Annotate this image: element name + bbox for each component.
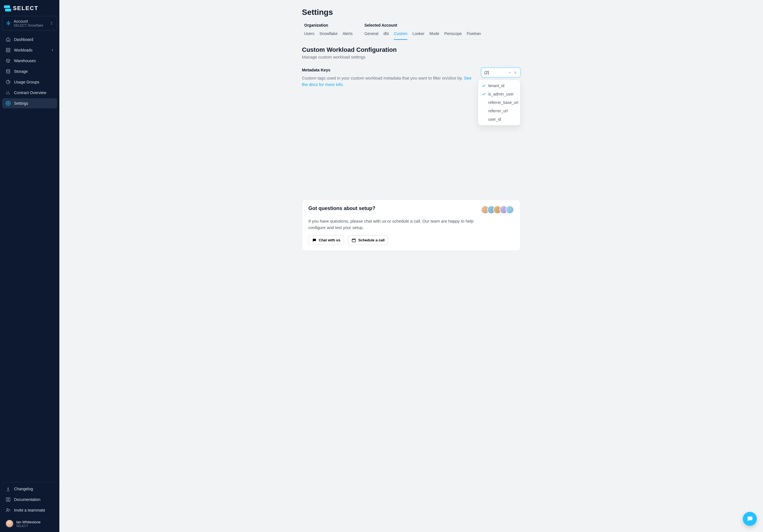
sidebar-item-workloads[interactable]: Workloads bbox=[2, 45, 57, 55]
close-icon[interactable] bbox=[513, 70, 517, 74]
dropdown-option-label: referrer_url bbox=[488, 109, 507, 113]
sidebar-item-label: Invite a teammate bbox=[14, 508, 45, 512]
account-value: SELECT Snowflake bbox=[14, 24, 47, 28]
chevron-down-icon bbox=[508, 70, 512, 74]
main-content: Settings Organization Users Snowflake Al… bbox=[59, 0, 763, 532]
avatar bbox=[6, 520, 13, 528]
tab-snowflake[interactable]: Snowflake bbox=[320, 31, 338, 40]
download-icon bbox=[6, 486, 11, 491]
sidebar-item-label: Storage bbox=[14, 69, 28, 74]
dropdown-option-label: referrer_base_url bbox=[488, 100, 518, 105]
metadata-keys-select: (2) tenant_id is_admin_user bbox=[481, 68, 520, 77]
metadata-title: Metadata Keys bbox=[302, 68, 475, 72]
dropdown-option-label: user_id bbox=[488, 117, 501, 122]
calendar-icon bbox=[352, 238, 356, 243]
tab-group-organization: Organization Users Snowflake Alerts bbox=[302, 23, 355, 40]
account-labels: Account SELECT Snowflake bbox=[14, 19, 47, 28]
section-subtitle: Manage custom workload settings bbox=[302, 54, 520, 59]
avatar bbox=[505, 205, 514, 214]
sidebar-item-label: Warehouses bbox=[14, 58, 36, 63]
settings-tabs: Organization Users Snowflake Alerts Sele… bbox=[302, 23, 520, 40]
user-plus-icon bbox=[6, 508, 11, 513]
help-card: Got questions about setup? If you have q… bbox=[302, 200, 520, 251]
svg-rect-7 bbox=[352, 239, 356, 242]
tab-custom[interactable]: Custom bbox=[394, 31, 407, 40]
book-icon bbox=[6, 497, 11, 502]
tab-group-title: Selected Account bbox=[362, 23, 483, 28]
chevron-right-icon bbox=[51, 48, 54, 52]
help-description: If you have questions, please chat with … bbox=[308, 218, 488, 231]
sidebar: SELECT Account SELECT Snowflake Dashboar… bbox=[0, 0, 59, 532]
sidebar-item-storage[interactable]: Storage bbox=[2, 66, 57, 76]
sidebar-item-warehouses[interactable]: Warehouses bbox=[2, 56, 57, 66]
dropdown-option-tenant-id[interactable]: tenant_id bbox=[478, 81, 520, 90]
user-labels: Ian Whitestone SELECT bbox=[16, 520, 41, 528]
sidebar-item-label: Usage Groups bbox=[14, 80, 39, 84]
pie-icon bbox=[6, 79, 11, 84]
svg-rect-2 bbox=[6, 51, 8, 52]
section-title: Custom Workload Configuration bbox=[302, 46, 520, 53]
tab-group-selected-account: Selected Account General dbt Custom Look… bbox=[362, 23, 483, 40]
sidebar-item-label: Workloads bbox=[14, 48, 33, 53]
team-avatars bbox=[483, 205, 514, 214]
tab-general[interactable]: General bbox=[365, 31, 379, 40]
help-title: Got questions about setup? bbox=[308, 205, 375, 211]
metadata-keys-select-trigger[interactable]: (2) bbox=[481, 68, 520, 77]
snowflake-icon bbox=[6, 21, 11, 26]
select-value: (2) bbox=[484, 70, 489, 75]
sidebar-item-documentation[interactable]: Documentation bbox=[2, 494, 57, 504]
dropdown-option-is-admin-user[interactable]: is_admin_user bbox=[478, 90, 520, 98]
bars-icon bbox=[6, 90, 11, 95]
page-title: Settings bbox=[302, 8, 520, 17]
metadata-keys-dropdown: tenant_id is_admin_user referrer_base_ur… bbox=[478, 79, 520, 125]
sidebar-item-settings[interactable]: Settings bbox=[2, 98, 57, 108]
app-name: SELECT bbox=[13, 5, 38, 12]
chat-with-us-button[interactable]: Chat with us bbox=[308, 236, 344, 245]
sidebar-item-label: Documentation bbox=[14, 497, 40, 502]
svg-point-6 bbox=[7, 508, 8, 510]
dropdown-option-user-id[interactable]: user_id bbox=[478, 115, 520, 124]
metadata-description: Custom tags used in your custom workload… bbox=[302, 75, 475, 88]
sidebar-item-dashboard[interactable]: Dashboard bbox=[2, 35, 57, 45]
tab-fivetran[interactable]: Fivetran bbox=[467, 31, 481, 40]
sidebar-item-usage-groups[interactable]: Usage Groups bbox=[2, 77, 57, 87]
tab-mode[interactable]: Mode bbox=[429, 31, 439, 40]
tab-dbt[interactable]: dbt bbox=[383, 31, 389, 40]
tab-looker[interactable]: Looker bbox=[412, 31, 424, 40]
tab-users[interactable]: Users bbox=[304, 31, 315, 40]
sidebar-divider bbox=[2, 482, 57, 482]
sidebar-item-label: Settings bbox=[14, 101, 28, 106]
svg-rect-3 bbox=[9, 51, 10, 52]
metadata-keys-block: Metadata Keys Custom tags used in your c… bbox=[302, 68, 520, 88]
sidebar-item-label: Contract Overview bbox=[14, 90, 46, 95]
sidebar-item-label: Dashboard bbox=[14, 37, 33, 42]
tab-periscope[interactable]: Periscope bbox=[444, 31, 462, 40]
logo-mark-icon bbox=[4, 5, 11, 12]
chat-bubble-icon bbox=[746, 515, 753, 522]
chat-launcher-button[interactable] bbox=[743, 512, 757, 526]
grid-icon bbox=[6, 48, 11, 53]
dropdown-option-label: tenant_id bbox=[488, 83, 504, 88]
cube-icon bbox=[6, 58, 11, 63]
home-icon bbox=[6, 37, 11, 42]
tab-alerts[interactable]: Alerts bbox=[343, 31, 353, 40]
sidebar-item-changelog[interactable]: Changelog bbox=[2, 484, 57, 494]
secondary-nav: Changelog Documentation Invite a teammat… bbox=[2, 484, 57, 515]
sidebar-item-invite-teammate[interactable]: Invite a teammate bbox=[2, 505, 57, 515]
sidebar-item-contract-overview[interactable]: Contract Overview bbox=[2, 88, 57, 98]
svg-point-5 bbox=[8, 103, 9, 104]
svg-point-4 bbox=[6, 69, 10, 71]
app-logo: SELECT bbox=[2, 5, 57, 16]
chevron-updown-icon bbox=[50, 21, 54, 26]
dropdown-option-referrer-url[interactable]: referrer_url bbox=[478, 107, 520, 115]
user-name: Ian Whitestone bbox=[16, 520, 41, 524]
stack-icon bbox=[6, 69, 11, 74]
current-user[interactable]: Ian Whitestone SELECT bbox=[3, 517, 56, 529]
chat-icon bbox=[312, 238, 316, 243]
schedule-call-button[interactable]: Schedule a call bbox=[348, 236, 388, 245]
account-switcher[interactable]: Account SELECT Snowflake bbox=[2, 16, 57, 31]
user-org: SELECT bbox=[16, 524, 41, 528]
dropdown-option-referrer-base-url[interactable]: referrer_base_url bbox=[478, 98, 520, 107]
check-icon bbox=[482, 83, 486, 88]
tab-group-title: Organization bbox=[302, 23, 355, 28]
